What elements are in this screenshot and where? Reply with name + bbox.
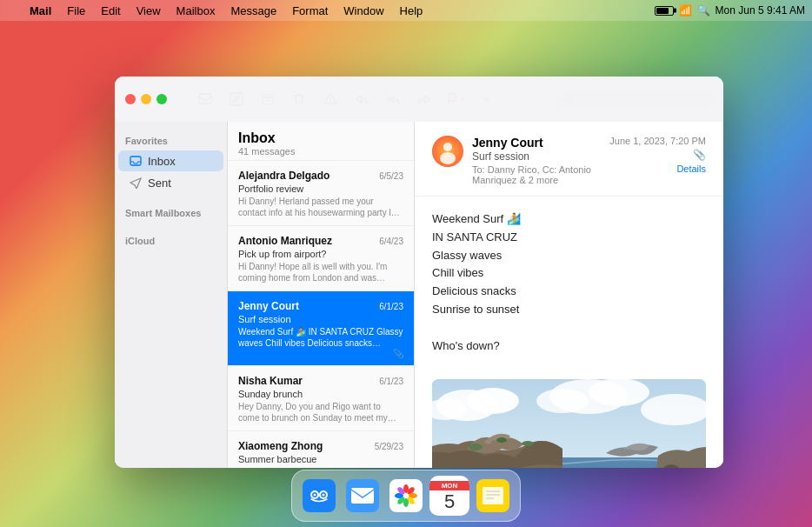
smart-mailboxes-label: Smart Mailboxes	[115, 204, 227, 222]
dock-item-mail[interactable]	[343, 476, 383, 516]
menu-message[interactable]: Message	[223, 3, 283, 19]
close-button[interactable]	[125, 94, 136, 104]
msg-preview: Danny, What an awesome barbecue. It was …	[238, 466, 403, 468]
wifi-icon: 📶	[679, 4, 692, 17]
attachment-indicator: 📎	[693, 149, 706, 161]
svg-rect-31	[351, 488, 374, 504]
email-date: June 1, 2023, 7:20 PM	[609, 136, 706, 146]
dock: MON 5	[291, 470, 521, 522]
sender-avatar	[432, 136, 463, 167]
message-list-header: Inbox 41 messages	[228, 122, 414, 161]
minimize-button[interactable]	[141, 94, 151, 104]
search-placeholder: Search	[577, 93, 610, 105]
email-date-area: June 1, 2023, 7:20 PM 📎 Details	[609, 136, 706, 174]
reply-button[interactable]	[349, 87, 374, 111]
favorites-label: Favorites	[115, 132, 227, 150]
email-body-text: Weekend Surf 🏄 IN SANTA CRUZ Glassy wave…	[432, 210, 706, 355]
dock-item-calendar[interactable]: MON 5	[429, 476, 469, 516]
msg-sender: Nisha Kumar	[238, 375, 376, 387]
delete-button[interactable]	[287, 87, 311, 111]
forward-button[interactable]	[412, 87, 436, 111]
sidebar-item-inbox[interactable]: Inbox	[118, 150, 223, 171]
inbox-title: Inbox	[238, 130, 403, 146]
email-meta: Jenny Court Surf session To: Danny Rico,…	[472, 136, 601, 185]
menu-mailbox[interactable]: Mailbox	[170, 3, 223, 19]
message-item[interactable]: Antonio Manriquez 6/4/23 Pick up from ai…	[228, 226, 414, 291]
calendar-month: MON	[429, 481, 469, 490]
svg-point-15	[589, 379, 649, 406]
svg-rect-0	[199, 94, 211, 103]
msg-date: 6/5/23	[379, 171, 403, 181]
msg-sender: Xiaomeng Zhong	[238, 440, 371, 452]
icloud-label: iCloud	[115, 232, 227, 250]
search-menu-icon[interactable]: 🔍	[697, 4, 710, 17]
body-line-4: Chill vibes	[432, 264, 706, 283]
more-actions-button[interactable]: »	[475, 87, 499, 111]
svg-point-19	[469, 444, 483, 450]
msg-preview: Hey Danny, Do you and Rigo want to come …	[238, 401, 403, 424]
reply-all-button[interactable]	[381, 87, 405, 111]
menu-edit[interactable]: Edit	[94, 3, 127, 19]
msg-subject: Surf session	[238, 314, 403, 324]
mail-content: Favorites Inbox Sent Sma	[115, 122, 723, 468]
menu-format[interactable]: Format	[285, 3, 335, 19]
email-view: Jenny Court Surf session To: Danny Rico,…	[415, 122, 723, 468]
msg-date: 6/1/23	[379, 377, 403, 386]
menu-app-name[interactable]: Mail	[23, 3, 58, 19]
message-item[interactable]: Xiaomeng Zhong 5/29/23 Summer barbecue D…	[228, 431, 414, 468]
sidebar-item-sent[interactable]: Sent	[118, 172, 223, 193]
msg-preview: Hi Danny! Hope all is well with you. I'm…	[238, 261, 403, 284]
get-mail-button[interactable]	[193, 87, 217, 111]
svg-point-8	[443, 143, 452, 151]
menu-view[interactable]: View	[130, 3, 168, 19]
maximize-button[interactable]	[156, 94, 167, 104]
msg-sender: Alejandra Delgado	[238, 170, 329, 182]
body-line-8: Who's down?	[432, 337, 706, 356]
menu-file[interactable]: File	[60, 3, 92, 19]
mail-window: ▾ » Search Favorites	[115, 77, 723, 468]
body-line-5: Delicious snacks	[432, 283, 706, 301]
dock-item-finder[interactable]	[299, 476, 339, 516]
svg-point-5	[565, 95, 571, 101]
message-item-selected[interactable]: Jenny Court 6/1/23 Surf session Weekend …	[228, 291, 414, 366]
flag-button[interactable]: ▾	[443, 87, 468, 111]
svg-rect-32	[389, 479, 423, 512]
msg-date: 6/4/23	[379, 237, 403, 246]
svg-point-16	[536, 389, 589, 413]
message-item[interactable]: Nisha Kumar 6/1/23 Sunday brunch Hey Dan…	[228, 366, 414, 431]
svg-rect-42	[483, 487, 503, 504]
msg-date: 5/29/23	[375, 442, 403, 451]
junk-button[interactable]	[318, 87, 343, 111]
email-sender-name: Jenny Court	[472, 136, 601, 150]
svg-point-9	[440, 152, 456, 164]
message-item[interactable]: Alejandra Delgado 6/5/23 Portfolio revie…	[228, 161, 414, 226]
sent-label: Sent	[148, 177, 171, 190]
body-line-2: IN SANTA CRUZ	[432, 229, 706, 247]
details-button[interactable]: Details	[609, 163, 706, 174]
dock-item-photos[interactable]	[386, 476, 426, 516]
menu-bar-left: Mail File Edit View Mailbox Message Form…	[7, 3, 429, 19]
msg-date: 6/1/23	[379, 302, 403, 311]
message-count: 41 messages	[238, 146, 403, 157]
email-body: Weekend Surf 🏄 IN SANTA CRUZ Glassy wave…	[415, 197, 723, 369]
search-field[interactable]: Search	[556, 90, 713, 109]
email-to-line: To: Danny Rico, Cc: Antonio Manriquez & …	[472, 164, 601, 185]
msg-subject: Portfolio review	[238, 183, 403, 194]
msg-subject: Summer barbecue	[238, 454, 403, 464]
msg-subject: Pick up from airport?	[238, 249, 403, 259]
dock-item-notes[interactable]	[473, 476, 513, 516]
inbox-label: Inbox	[148, 155, 176, 168]
message-list: Inbox 41 messages Alejandra Delgado 6/5/…	[228, 122, 415, 468]
menu-window[interactable]: Window	[336, 3, 390, 19]
menu-bar-right: 📶 🔍 Mon Jun 5 9:41 AM	[655, 4, 805, 17]
msg-sender: Jenny Court	[238, 300, 376, 312]
svg-rect-23	[303, 479, 336, 512]
archive-button[interactable]	[256, 87, 280, 111]
svg-point-21	[522, 441, 534, 446]
menu-bar: Mail File Edit View Mailbox Message Form…	[0, 0, 812, 21]
datetime-display: Mon Jun 5 9:41 AM	[715, 4, 805, 17]
email-photo-attachment	[432, 379, 706, 468]
menu-help[interactable]: Help	[393, 3, 430, 19]
compose-button[interactable]	[224, 87, 249, 111]
svg-point-12	[467, 388, 519, 414]
